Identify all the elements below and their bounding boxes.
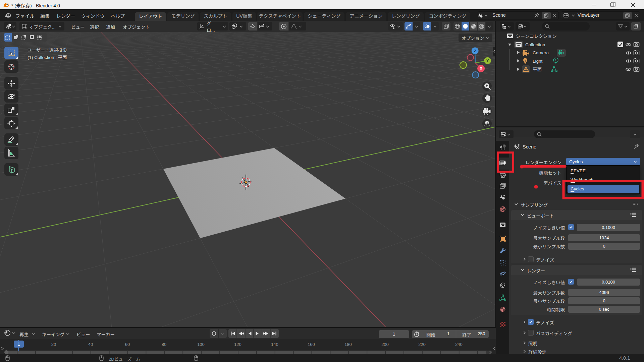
svg-text:X: X bbox=[480, 66, 482, 70]
svg-text:シーンコレクション: シーンコレクション bbox=[516, 34, 557, 39]
svg-text:平面: 平面 bbox=[533, 67, 542, 72]
svg-text:Y: Y bbox=[486, 59, 489, 63]
svg-text:Camera: Camera bbox=[533, 50, 549, 55]
svg-text:Z: Z bbox=[474, 49, 476, 53]
svg-text:Light: Light bbox=[533, 59, 543, 64]
svg-text:Collection: Collection bbox=[525, 42, 545, 47]
